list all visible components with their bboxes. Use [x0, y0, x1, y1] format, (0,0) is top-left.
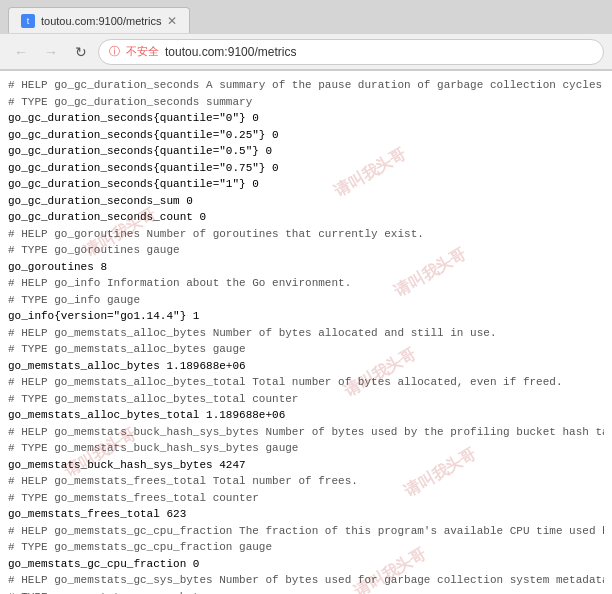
- forward-button[interactable]: →: [38, 39, 64, 65]
- comment-line: # HELP go_memstats_gc_sys_bytes Number o…: [8, 572, 604, 589]
- comment-line: # TYPE go_goroutines gauge: [8, 242, 604, 259]
- nav-bar: ← → ↻ ⓘ 不安全 toutou.com:9100/metrics: [0, 34, 612, 70]
- refresh-button[interactable]: ↻: [68, 39, 94, 65]
- comment-line: # HELP go_memstats_alloc_bytes Number of…: [8, 325, 604, 342]
- back-button[interactable]: ←: [8, 39, 34, 65]
- address-bar[interactable]: ⓘ 不安全 toutou.com:9100/metrics: [98, 39, 604, 65]
- address-text: toutou.com:9100/metrics: [165, 45, 593, 59]
- comment-line: # TYPE go_memstats_frees_total counter: [8, 490, 604, 507]
- browser-chrome: t toutou.com:9100/metrics ✕ ← → ↻ ⓘ 不安全 …: [0, 0, 612, 71]
- security-icon: ⓘ: [109, 44, 120, 59]
- comment-line: # HELP go_gc_duration_seconds A summary …: [8, 77, 604, 94]
- comment-line: # TYPE go_memstats_alloc_bytes_total cou…: [8, 391, 604, 408]
- value-line: go_gc_duration_seconds{quantile="1"} 0: [8, 176, 604, 193]
- metrics-container: # HELP go_gc_duration_seconds A summary …: [8, 77, 604, 594]
- value-line: go_gc_duration_seconds_sum 0: [8, 193, 604, 210]
- value-line: go_memstats_frees_total 623: [8, 506, 604, 523]
- value-line: go_gc_duration_seconds_count 0: [8, 209, 604, 226]
- comment-line: # HELP go_goroutines Number of goroutine…: [8, 226, 604, 243]
- comment-line: # HELP go_memstats_frees_total Total num…: [8, 473, 604, 490]
- tab-bar: t toutou.com:9100/metrics ✕: [0, 0, 612, 34]
- value-line: go_gc_duration_seconds{quantile="0"} 0: [8, 110, 604, 127]
- comment-line: # HELP go_memstats_gc_cpu_fraction The f…: [8, 523, 604, 540]
- value-line: go_memstats_alloc_bytes 1.189688e+06: [8, 358, 604, 375]
- value-line: go_gc_duration_seconds{quantile="0.75"} …: [8, 160, 604, 177]
- comment-line: # HELP go_memstats_buck_hash_sys_bytes N…: [8, 424, 604, 441]
- tab-favicon: t: [21, 14, 35, 28]
- value-line: go_info{version="go1.14.4"} 1: [8, 308, 604, 325]
- active-tab[interactable]: t toutou.com:9100/metrics ✕: [8, 7, 190, 33]
- security-label: 不安全: [126, 44, 159, 59]
- tab-title: toutou.com:9100/metrics: [41, 15, 161, 27]
- value-line: go_gc_duration_seconds{quantile="0.5"} 0: [8, 143, 604, 160]
- value-line: go_goroutines 8: [8, 259, 604, 276]
- content-area: 请叫我头哥请叫我头哥请叫我头哥请叫我头哥请叫我头哥请叫我头哥请叫我头哥请叫我头哥…: [0, 71, 612, 594]
- comment-line: # TYPE go_memstats_alloc_bytes gauge: [8, 341, 604, 358]
- comment-line: # TYPE go_memstats_gc_cpu_fraction gauge: [8, 539, 604, 556]
- value-line: go_memstats_alloc_bytes_total 1.189688e+…: [8, 407, 604, 424]
- comment-line: # HELP go_memstats_alloc_bytes_total Tot…: [8, 374, 604, 391]
- comment-line: # TYPE go_info gauge: [8, 292, 604, 309]
- value-line: go_memstats_gc_cpu_fraction 0: [8, 556, 604, 573]
- comment-line: # TYPE go_gc_duration_seconds summary: [8, 94, 604, 111]
- value-line: go_memstats_buck_hash_sys_bytes 4247: [8, 457, 604, 474]
- comment-line: # TYPE go_memstats_gc_sys_bytes gauge: [8, 589, 604, 595]
- comment-line: # TYPE go_memstats_buck_hash_sys_bytes g…: [8, 440, 604, 457]
- value-line: go_gc_duration_seconds{quantile="0.25"} …: [8, 127, 604, 144]
- tab-close-button[interactable]: ✕: [167, 14, 177, 28]
- comment-line: # HELP go_info Information about the Go …: [8, 275, 604, 292]
